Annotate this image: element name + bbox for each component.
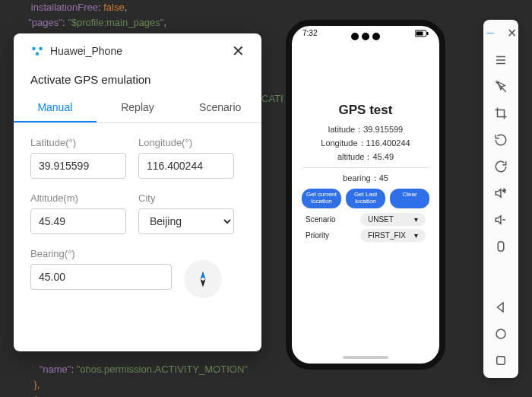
emulator-toolbar: – ✕ +: [483, 20, 518, 378]
longitude-value: Longitude：116.400244: [302, 138, 429, 149]
dialog-header: Huawei_Phone ✕: [30, 33, 245, 68]
altitude-value: altitude：45.49: [302, 151, 429, 163]
compass-icon: [184, 260, 222, 298]
clear-button[interactable]: Clear: [390, 189, 429, 208]
camera-cutout: [351, 33, 380, 40]
shake-icon[interactable]: [492, 238, 509, 255]
svg-point-0: [32, 47, 36, 51]
latitude-input[interactable]: [30, 153, 126, 179]
svg-marker-3: [201, 272, 206, 280]
altitude-label: Altitude(m): [30, 192, 126, 204]
get-current-location-button[interactable]: Get current location: [302, 189, 341, 208]
tabs: Manual Replay Scenario: [14, 94, 261, 123]
longitude-input[interactable]: [138, 153, 234, 179]
bearing-input[interactable]: [30, 264, 172, 290]
tab-replay[interactable]: Replay: [97, 94, 179, 122]
home-button[interactable]: [492, 326, 509, 342]
city-label: City: [138, 192, 234, 204]
close-button[interactable]: ✕: [232, 42, 245, 60]
latitude-value: latitude：39.915599: [302, 124, 429, 135]
scenario-label: Scenario: [306, 215, 335, 224]
latitude-label: Latitude(°): [30, 137, 126, 148]
home-indicator[interactable]: [343, 356, 388, 359]
minimize-button[interactable]: –: [482, 24, 499, 41]
svg-marker-4: [201, 279, 206, 287]
dialog-heading: Activate GPS emulation: [30, 73, 245, 86]
svg-rect-7: [427, 32, 429, 35]
tab-scenario[interactable]: Scenario: [179, 94, 261, 122]
longitude-label: Longitude(°): [138, 137, 234, 148]
bearing-value: bearing：45: [302, 173, 429, 184]
rotate-right-icon[interactable]: [492, 158, 509, 175]
svg-rect-20: [497, 357, 505, 365]
pointer-off-icon[interactable]: [492, 78, 509, 95]
clock: 7:32: [302, 29, 317, 37]
menu-icon[interactable]: [492, 52, 509, 68]
app-title: GPS test: [302, 103, 429, 118]
svg-marker-16: [496, 216, 501, 224]
battery-icon: [415, 30, 429, 37]
close-emulator-button[interactable]: ✕: [503, 24, 520, 41]
rotate-left-icon[interactable]: [492, 132, 509, 148]
divider: [302, 167, 429, 168]
get-last-location-button[interactable]: Get Last location: [346, 189, 385, 208]
volume-down-icon[interactable]: [492, 211, 509, 228]
overview-button[interactable]: [492, 352, 509, 369]
altitude-input[interactable]: [30, 208, 126, 234]
huawei-icon: [30, 44, 44, 58]
svg-point-2: [36, 52, 40, 56]
dialog-title: Huawei_Phone: [50, 45, 122, 57]
svg-point-1: [39, 47, 43, 51]
svg-text:+: +: [502, 187, 506, 194]
svg-rect-6: [416, 31, 423, 35]
crop-icon[interactable]: [492, 105, 509, 122]
gps-dialog: Huawei_Phone ✕ Activate GPS emulation Ma…: [14, 33, 261, 351]
scenario-select[interactable]: UNSET▾: [360, 213, 426, 226]
bearing-label: Bearing(°): [30, 248, 172, 259]
priority-select[interactable]: FIRST_FIX▾: [360, 229, 426, 242]
tab-manual[interactable]: Manual: [14, 94, 97, 122]
emulator: 7:32 GPS test latitude：39.915599 Longitu…: [286, 20, 445, 370]
app-screen: GPS test latitude：39.915599 Longitude：11…: [292, 40, 439, 242]
svg-point-19: [496, 329, 505, 338]
city-select[interactable]: Beijing: [138, 208, 234, 234]
back-button[interactable]: [492, 299, 509, 316]
priority-label: Priority: [306, 231, 329, 240]
svg-marker-12: [496, 189, 501, 198]
form: Latitude(°) Longitude(°) Altitude(m) Cit…: [30, 123, 245, 298]
volume-up-icon[interactable]: +: [492, 185, 509, 202]
svg-marker-18: [498, 303, 504, 312]
